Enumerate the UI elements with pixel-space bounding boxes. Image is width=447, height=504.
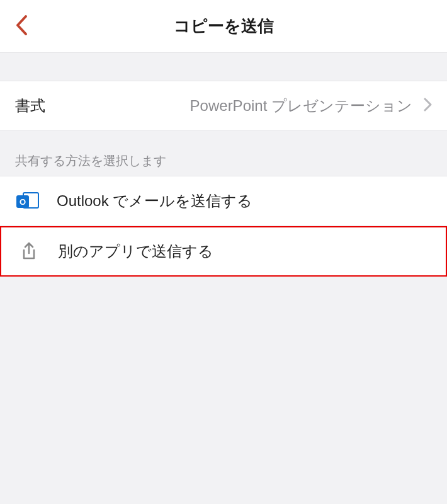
share-icon (16, 239, 42, 264)
action-other-app-label: 別のアプリで送信する (58, 241, 213, 261)
header: コピーを送信 (0, 0, 447, 53)
chevron-right-icon (424, 98, 432, 114)
action-other-app[interactable]: 別のアプリで送信する (0, 226, 447, 277)
action-outlook[interactable]: O Outlook でメールを送信する (0, 176, 447, 226)
action-outlook-label: Outlook でメールを送信する (57, 191, 252, 211)
format-row[interactable]: 書式 PowerPoint プレゼンテーション (0, 81, 447, 131)
spacer (0, 53, 447, 81)
page-title: コピーを送信 (0, 15, 447, 37)
format-label: 書式 (15, 96, 45, 116)
outlook-icon: O (15, 188, 40, 214)
section-caption: 共有する方法を選択します (0, 131, 447, 176)
back-button[interactable] (9, 14, 34, 39)
chevron-left-icon (14, 14, 28, 38)
format-value: PowerPoint プレゼンテーション (45, 96, 412, 116)
